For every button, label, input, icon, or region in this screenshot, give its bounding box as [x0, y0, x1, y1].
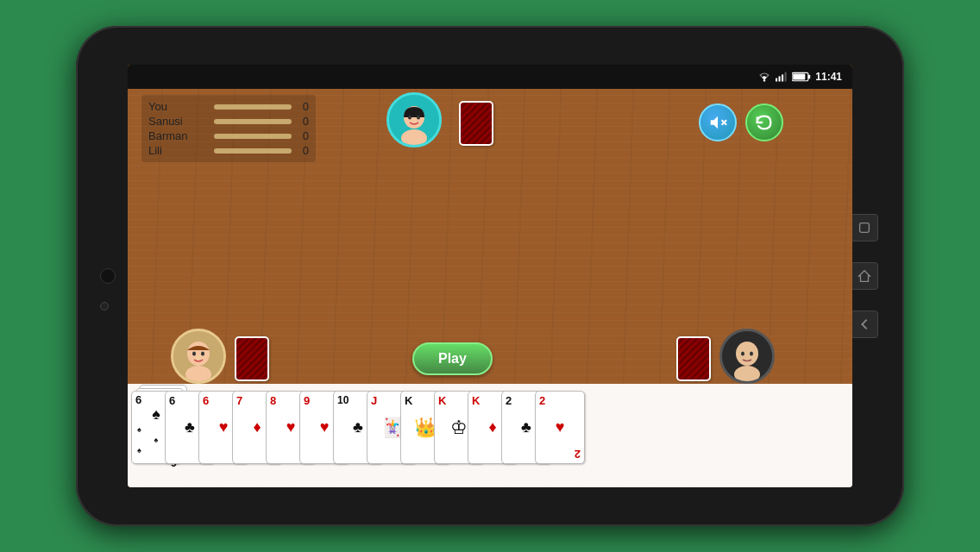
svg-point-2	[763, 79, 765, 81]
score-bar-you	[214, 104, 292, 110]
svg-point-18	[187, 342, 210, 366]
card-rank-bottom: 2	[539, 448, 581, 461]
speaker-icon	[100, 268, 116, 284]
right-player-card	[676, 336, 711, 381]
svg-rect-22	[196, 356, 201, 359]
left-player-card	[235, 336, 269, 381]
left-player-face	[173, 331, 223, 381]
avatar-left-player	[171, 329, 226, 384]
svg-rect-4	[779, 76, 781, 81]
score-row-barman: Barman 0	[148, 129, 309, 142]
svg-rect-0	[860, 223, 870, 233]
avatar-top-player	[386, 92, 442, 147]
score-row-you: You 0	[148, 100, 309, 113]
svg-rect-5	[782, 74, 783, 81]
hand-card-2-hearts[interactable]: 2 ♥ 2	[535, 391, 585, 464]
svg-point-27	[750, 352, 753, 356]
card-suit: ♥	[539, 418, 581, 436]
score-name-you: You	[148, 100, 209, 113]
home-button[interactable]	[851, 262, 878, 290]
status-time: 11:41	[815, 71, 842, 83]
camera-icon	[100, 302, 109, 310]
svg-point-16	[417, 116, 420, 120]
svg-rect-9	[793, 73, 805, 79]
svg-point-15	[408, 116, 411, 120]
status-icons: 11:41	[757, 71, 842, 83]
score-bar-lili	[214, 148, 292, 154]
score-panel: You 0 Sanusi 0 Barman 0 Lili 0	[141, 95, 316, 162]
phone-frame: 11:41 You 0 Sanusi 0 Barman 0 Lili	[76, 26, 904, 526]
card-rank: 2	[539, 394, 581, 407]
game-screen: 11:41 You 0 Sanusi 0 Barman 0 Lili	[128, 65, 852, 487]
svg-rect-3	[776, 78, 777, 81]
score-bar-sanusi	[214, 119, 292, 124]
svg-point-20	[192, 352, 196, 356]
svg-point-21	[201, 352, 204, 356]
score-value-sanusi: 0	[297, 115, 309, 128]
top-player-face	[389, 95, 439, 145]
undo-button[interactable]	[745, 104, 783, 141]
score-row-sanusi: Sanusi 0	[148, 115, 309, 128]
recent-apps-button[interactable]	[851, 214, 878, 242]
play-button[interactable]: Play	[412, 342, 493, 375]
battery-icon	[792, 72, 811, 82]
back-button[interactable]	[851, 310, 878, 338]
svg-point-24	[736, 342, 758, 366]
score-bar-barman	[214, 134, 292, 139]
status-bar: 11:41	[128, 65, 852, 89]
action-buttons	[699, 104, 783, 141]
play-label: Play	[438, 351, 467, 366]
score-name-sanusi: Sanusi	[148, 115, 209, 128]
score-value-you: 0	[297, 100, 309, 113]
svg-rect-8	[808, 75, 810, 79]
signal-icon	[776, 72, 788, 82]
score-name-barman: Barman	[148, 129, 209, 142]
side-buttons	[851, 214, 878, 338]
svg-rect-6	[785, 72, 787, 81]
wifi-icon	[757, 72, 771, 82]
mute-button[interactable]	[699, 104, 737, 141]
svg-marker-1	[859, 271, 870, 282]
avatar-right-player	[719, 329, 775, 384]
top-player-card	[459, 101, 493, 146]
score-value-lili: 0	[297, 144, 309, 157]
score-value-barman: 0	[297, 129, 309, 142]
card-rank: 6	[135, 394, 141, 405]
hand-cards-area: 6 ♠ ♠♠ ♠ ♠♠ 6 6 ♣	[128, 384, 852, 487]
score-row-lili: Lili 0	[148, 144, 309, 157]
score-name-lili: Lili	[148, 144, 209, 157]
svg-point-26	[741, 352, 744, 356]
right-player-face	[722, 331, 772, 381]
